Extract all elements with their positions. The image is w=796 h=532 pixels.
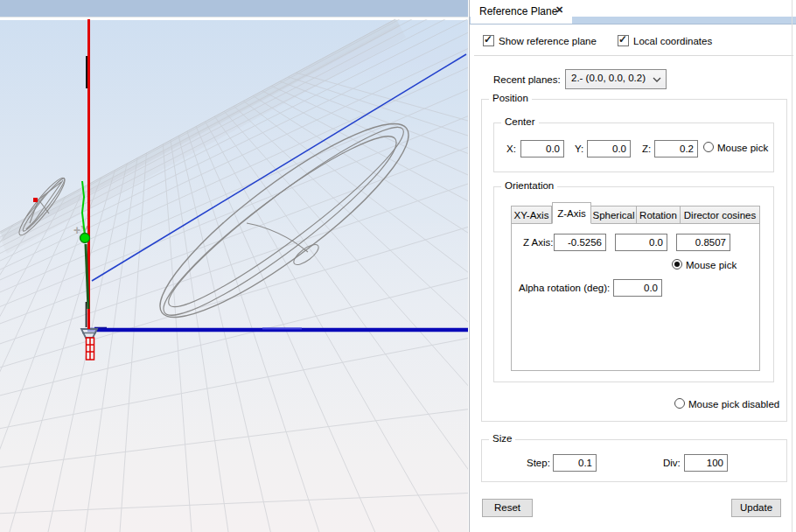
center-z-input[interactable] — [654, 140, 698, 158]
tab-xy-axis[interactable]: XY-Axis — [511, 206, 552, 224]
alpha-rotation-label: Alpha rotation (deg): — [519, 283, 610, 293]
center-group-label: Center — [501, 116, 539, 127]
checkmark-icon: ✓ — [618, 33, 627, 46]
step-label: Step: — [527, 458, 550, 468]
local-coordinates-label: Local coordinates — [633, 36, 712, 46]
tab-director-cosines[interactable]: Director cosines — [681, 206, 760, 224]
size-group-label: Size — [489, 433, 515, 444]
show-reference-plane-label: Show reference plane — [499, 36, 597, 46]
z-axis-label: Z Axis: — [523, 237, 554, 248]
checkmark-icon: ✓ — [484, 33, 492, 46]
chevron-down-icon — [653, 77, 661, 82]
mouse-pick-disabled-label: Mouse pick disabled — [688, 399, 779, 410]
z-axis-z-input[interactable] — [676, 234, 730, 251]
selection-point-marker — [33, 198, 38, 202]
show-reference-plane-checkbox[interactable]: ✓ — [483, 35, 494, 46]
div-label: Div: — [663, 458, 681, 468]
z-axis-x-input[interactable] — [554, 234, 606, 251]
reset-button[interactable]: Reset — [482, 499, 533, 517]
center-y-label: Y: — [575, 144, 583, 154]
viewport-top-strip — [0, 0, 468, 17]
position-group-label: Position — [489, 93, 532, 103]
viewport-3d[interactable]: +Y — [0, 0, 468, 532]
center-mouse-pick-radio[interactable] — [703, 142, 714, 152]
center-mouse-pick-label: Mouse pick — [717, 143, 768, 153]
strip-shadow — [0, 17, 468, 18]
div-input[interactable] — [684, 454, 728, 472]
reference-plane-panel: Reference Plane ✕ ✓ Show reference plane… — [469, 0, 796, 532]
panel-right-border — [792, 0, 793, 532]
z-axis-mouse-pick-label: Mouse pick — [686, 260, 737, 270]
tab-title: Reference Plane — [479, 5, 557, 18]
tab-z-axis[interactable]: Z-Axis — [552, 202, 591, 224]
recent-planes-value: 2.- (0.0, 0.0, 0.2) — [571, 73, 646, 83]
tab-spherical[interactable]: Spherical — [591, 206, 637, 224]
orientation-tabs: XY-Axis Z-Axis Spherical Rotation Direct… — [511, 202, 760, 224]
center-y-input[interactable] — [587, 140, 631, 158]
local-coordinates-checkbox[interactable]: ✓ — [618, 35, 629, 46]
recent-planes-label: Recent planes: — [493, 74, 561, 85]
center-x-label: X: — [506, 144, 516, 154]
origin-handle[interactable] — [80, 234, 90, 243]
separator — [474, 55, 793, 56]
step-input[interactable] — [553, 454, 597, 472]
orientation-group-label: Orientation — [501, 180, 557, 191]
z-axis-y-input[interactable] — [615, 234, 667, 251]
recent-planes-select[interactable]: 2.- (0.0, 0.0, 0.2) — [565, 69, 667, 89]
update-button[interactable]: Update — [731, 499, 781, 517]
feed-waveguide — [87, 338, 94, 360]
center-z-label: Z: — [642, 144, 651, 154]
center-x-input[interactable] — [520, 140, 564, 158]
alpha-rotation-input[interactable] — [613, 279, 662, 297]
close-icon[interactable]: ✕ — [555, 4, 563, 16]
tab-reference-plane[interactable]: Reference Plane ✕ — [471, 0, 572, 24]
tab-rotation[interactable]: Rotation — [637, 206, 681, 224]
mouse-pick-disabled-radio[interactable] — [674, 398, 685, 409]
viewport-background — [0, 20, 468, 532]
z-axis-mouse-pick-radio[interactable] — [672, 259, 682, 270]
